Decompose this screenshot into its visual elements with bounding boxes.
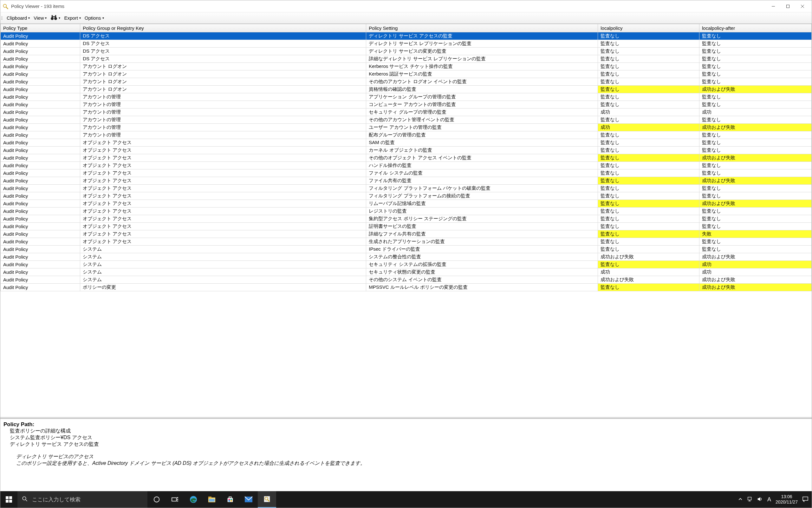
table-cell: オブジェクト アクセス (80, 177, 366, 185)
column-header[interactable]: localpolicy-after (699, 24, 811, 32)
table-row[interactable]: Audit Policyオブジェクト アクセスファイル共有の監査監査なし成功およ… (1, 177, 812, 185)
table-row[interactable]: Audit PolicyDS アクセスディレクトリ サービス アクセスの監査監査… (1, 32, 812, 40)
table-cell: セキュリティ グループの管理の監査 (366, 109, 598, 116)
svg-rect-25 (209, 499, 214, 502)
options-menu[interactable]: Options ▾ (83, 14, 106, 21)
table-row[interactable]: Audit Policyオブジェクト アクセスカーネル オブジェクトの監査監査な… (1, 146, 812, 154)
table-row[interactable]: Audit Policyシステムセキュリティ システムの拡張の監査監査なし成功 (1, 261, 812, 268)
table-cell: アカウントの管理 (80, 93, 366, 101)
table-cell: 監査なし (699, 101, 811, 109)
table-cell: DS アクセス (80, 55, 366, 63)
table-row[interactable]: Audit Policyオブジェクト アクセスハンドル操作の監査監査なし監査なし (1, 162, 812, 169)
table-cell: Audit Policy (1, 116, 80, 124)
network-icon[interactable] (747, 496, 753, 503)
view-menu[interactable]: View ▾ (32, 14, 49, 21)
table-cell: 監査なし (598, 261, 700, 268)
table-row[interactable]: Audit PolicyDS アクセス詳細なディレクトリ サービス レプリケーシ… (1, 55, 812, 63)
column-header[interactable]: Policy Setting (366, 24, 598, 32)
system-tray[interactable]: A 13:06 2020/11/27 (735, 491, 812, 508)
table-row[interactable]: Audit Policyオブジェクト アクセスフィルタリング プラットフォーム … (1, 185, 812, 192)
table-row[interactable]: Audit Policyシステムシステムの整合性の監査成功および失敗成功および失… (1, 253, 812, 261)
store-app[interactable] (221, 491, 239, 508)
action-center-icon[interactable] (802, 496, 809, 503)
table-cell: Audit Policy (1, 109, 80, 116)
policy-viewer-app[interactable] (258, 491, 276, 508)
export-menu[interactable]: Export ▾ (62, 14, 83, 21)
table-cell: 監査なし (699, 48, 811, 55)
table-row[interactable]: Audit Policyオブジェクト アクセスフィルタリング プラットフォームの… (1, 192, 812, 200)
clipboard-menu[interactable]: Clipboard ▾ (5, 14, 32, 21)
table-row[interactable]: Audit Policyアカウントの管理アプリケーション グループの管理の監査監… (1, 93, 812, 101)
table-row[interactable]: Audit PolicyDS アクセスディレクトリ サービス レプリケーションの… (1, 40, 812, 48)
table-cell: オブジェクト アクセス (80, 230, 366, 238)
table-row[interactable]: Audit Policyアカウント ログオンKerberos 認証サービスの監査… (1, 71, 812, 78)
maximize-button[interactable] (780, 2, 795, 11)
table-cell: 監査なし (598, 71, 700, 78)
svg-rect-13 (6, 500, 9, 503)
policy-description-line: ディレクトリ サービスのアクセス (3, 454, 809, 460)
table-cell: 成功 (699, 261, 811, 268)
find-button[interactable]: ▾ (49, 14, 62, 22)
cortana-button[interactable] (147, 491, 166, 508)
mail-app[interactable] (239, 491, 258, 508)
table-row[interactable]: Audit PolicyDS アクセスディレクトリ サービスの変更の監査監査なし… (1, 48, 812, 55)
table-cell: オブジェクト アクセス (80, 238, 366, 246)
table-row[interactable]: Audit Policyアカウント ログオンその他のアカウント ログオン イベン… (1, 78, 812, 86)
task-view-button[interactable] (166, 491, 184, 508)
table-row[interactable]: Audit Policyオブジェクト アクセスSAM の監査監査なし監査なし (1, 139, 812, 146)
table-row[interactable]: Audit Policyアカウント ログオン資格情報の確認の監査監査なし成功およ… (1, 86, 812, 93)
table-row[interactable]: Audit Policyアカウントの管理その他のアカウント管理イベントの監査監査… (1, 116, 812, 124)
taskbar-search[interactable]: ここに入力して検索 (17, 491, 147, 508)
toolbar-grip[interactable] (2, 16, 3, 20)
table-cell: Audit Policy (1, 223, 80, 230)
table-cell: 成功および失敗 (699, 154, 811, 162)
column-header[interactable]: localpolicy (598, 24, 700, 32)
table-row[interactable]: Audit Policyオブジェクト アクセス集約型アクセス ポリシー ステージ… (1, 215, 812, 223)
table-row[interactable]: Audit Policyオブジェクト アクセス証明書サービスの監査監査なし監査な… (1, 223, 812, 230)
table-row[interactable]: Audit Policyオブジェクト アクセスファイル システムの監査監査なし監… (1, 169, 812, 177)
table-row[interactable]: Audit Policyアカウント ログオンKerberos サービス チケット… (1, 63, 812, 71)
table-row[interactable]: Audit Policyシステムセキュリティ状態の変更の監査成功成功 (1, 268, 812, 276)
volume-icon[interactable] (757, 496, 763, 503)
svg-rect-29 (231, 499, 232, 500)
close-button[interactable] (795, 2, 810, 11)
table-row[interactable]: Audit Policyオブジェクト アクセスレジストリの監査監査なし監査なし (1, 208, 812, 215)
table-cell: 監査なし (598, 116, 700, 124)
table-cell: DS アクセス (80, 32, 366, 40)
table-cell: 監査なし (699, 185, 811, 192)
table-cell: オブジェクト アクセス (80, 223, 366, 230)
grid-scroll-area[interactable]: Policy TypePolicy Group or Registry KeyP… (0, 24, 812, 417)
table-cell: Audit Policy (1, 284, 80, 291)
column-header[interactable]: Policy Type (1, 24, 80, 32)
table-row[interactable]: Audit Policyアカウントの管理配布グループの管理の監査監査なし監査なし (1, 131, 812, 139)
table-cell: 監査なし (598, 78, 700, 86)
svg-point-6 (51, 17, 54, 20)
taskbar-clock[interactable]: 13:06 2020/11/27 (775, 494, 798, 505)
explorer-app[interactable] (203, 491, 221, 508)
table-row[interactable]: Audit Policyアカウントの管理セキュリティ グループの管理の監査成功成… (1, 109, 812, 116)
table-row[interactable]: Audit Policyオブジェクト アクセス生成されたアプリケーションの監査監… (1, 238, 812, 246)
table-cell: その他のオブジェクト アクセス イベントの監査 (366, 154, 598, 162)
minimize-button[interactable] (766, 2, 780, 11)
table-cell: 監査なし (598, 131, 700, 139)
table-cell: 監査なし (598, 246, 700, 253)
table-row[interactable]: Audit Policyオブジェクト アクセス詳細なファイル共有の監査監査なし失… (1, 230, 812, 238)
table-cell: 監査なし (598, 139, 700, 146)
edge-app[interactable] (184, 491, 203, 508)
table-row[interactable]: Audit Policyアカウントの管理コンピューター アカウントの管理の監査監… (1, 101, 812, 109)
table-cell: 監査なし (598, 185, 700, 192)
ime-indicator[interactable]: A (767, 496, 771, 503)
column-header[interactable]: Policy Group or Registry Key (80, 24, 366, 32)
table-row[interactable]: Audit Policyオブジェクト アクセスその他のオブジェクト アクセス イ… (1, 154, 812, 162)
start-button[interactable] (0, 491, 17, 508)
table-row[interactable]: Audit Policyポリシーの変更MPSSVC ルールレベル ポリシーの変更… (1, 284, 812, 291)
table-cell: 監査なし (699, 208, 811, 215)
svg-rect-28 (229, 499, 230, 500)
table-row[interactable]: Audit PolicyシステムIPsec ドライバーの監査監査なし監査なし (1, 246, 812, 253)
table-row[interactable]: Audit Policyシステムその他のシステム イベントの監査成功および失敗成… (1, 276, 812, 284)
table-row[interactable]: Audit Policyアカウントの管理ユーザー アカウントの管理の監査成功成功… (1, 124, 812, 131)
table-row[interactable]: Audit Policyオブジェクト アクセスリムーバブル記憶域の監査監査なし成… (1, 200, 812, 208)
table-cell: 監査なし (598, 146, 700, 154)
policy-description-line: このポリシー設定を使用すると、Active Directory ドメイン サービ… (3, 460, 809, 467)
tray-chevron-up-icon[interactable] (738, 497, 743, 502)
